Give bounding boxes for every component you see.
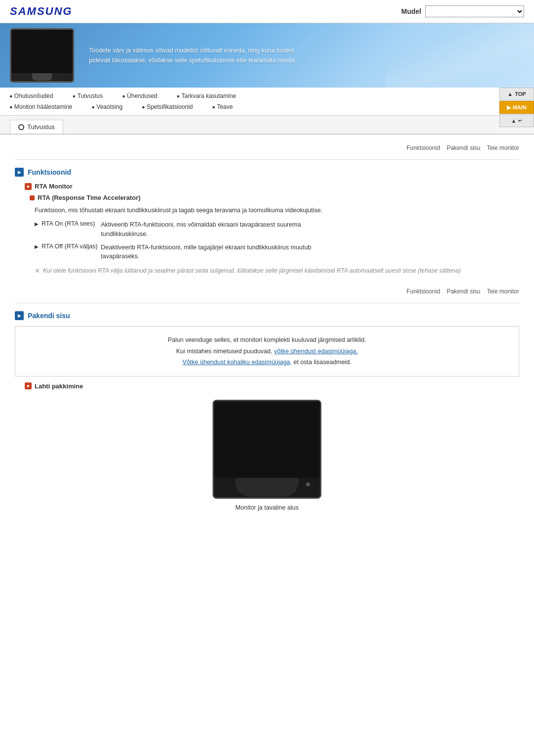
hero-monitor (10, 28, 74, 83)
sub-icon-rta-monitor (25, 183, 32, 190)
pakendi-link1[interactable]: võtke ühendust edasimüüjaga. (274, 348, 358, 355)
section-icon-pakendi (15, 311, 24, 320)
nav-item-specs[interactable]: Spetsifikatsioonid (142, 103, 193, 110)
section-nav-divider-2 (482, 144, 486, 151)
arrow-icon-2: ▶ (35, 244, 39, 249)
nav-item-connections[interactable]: Ühendused (123, 93, 157, 99)
monitor-base (235, 478, 299, 497)
nav-item-software[interactable]: Tarkvara kasutamine (177, 93, 236, 99)
nav-item-intro[interactable]: Tutvustus (73, 93, 103, 99)
sub-icon-lahti (25, 382, 32, 389)
nav-row-2: Monitori häälestamine Veaotsing Spetsifi… (10, 101, 524, 112)
rta-on-label: RTA On (RTA sees) (42, 220, 101, 227)
pakendi-line2: Kui mistahes nimetused puuduvad, (176, 348, 272, 355)
tab-bar: Tutvustus (0, 116, 534, 135)
pakendi-line3b: et osta lisaseadmeid. (294, 359, 352, 366)
top-arrow-icon: ▲ (507, 91, 513, 97)
section-nav-divider-1 (442, 144, 445, 151)
rta-on-value: Aktiveerib RTA-funktsiooni, mis võimalda… (101, 220, 331, 239)
section-title-funktsioonid: Funktsioonid (28, 168, 71, 176)
pakendi-line1: Palun veenduge selles, et monitori kompl… (168, 336, 366, 343)
section-nav-link-monitor-2[interactable]: Teie monitor (487, 288, 519, 295)
hero-text: Toodete värv ja välimus võivad mudelist … (89, 46, 297, 65)
tab-circle-icon (18, 124, 24, 130)
main-button[interactable]: ▶ MAIN (499, 101, 534, 114)
divider-2 (15, 303, 519, 303)
monitor-power-button (306, 482, 310, 486)
section-nav-divider-4 (482, 288, 486, 295)
nav-item-troubleshoot[interactable]: Veaotsing (92, 103, 123, 110)
rta-item-label: RTA (Response Time Accelerator) (38, 194, 140, 201)
rta-info-table: ▶ RTA On (RTA sees) Aktiveerib RTA-funkt… (35, 220, 331, 261)
section-nav-links: Funktsioonid Pakendi sisu Teie monitor (15, 144, 519, 151)
section-nav-link-funktsioonid[interactable]: Funktsioonid (406, 144, 440, 151)
rta-off-value: Deaktiveerib RTA-funktsiooni, mille taga… (101, 243, 331, 262)
monitor-image (213, 400, 321, 499)
nav-item-setup[interactable]: Monitori häälestamine (10, 103, 72, 110)
table-row: ▶ RTA On (RTA sees) Aktiveerib RTA-funkt… (35, 220, 331, 239)
section-nav-links-2: Funktsioonid Pakendi sisu Teie monitor (15, 288, 519, 295)
model-select[interactable] (425, 5, 524, 17)
back-arrow-icon: ▲ (511, 118, 517, 124)
section-nav-link-pakendi-2[interactable]: Pakendi sisu (446, 288, 480, 295)
hero-wave-decoration (386, 23, 534, 88)
model-label: Mudel (401, 7, 421, 15)
sub-title-lahti: Lahti pakkimine (35, 382, 83, 390)
hero-banner: Toodete värv ja välimus võivad mudelist … (0, 23, 534, 88)
monitor-screen (214, 401, 320, 478)
section-nav-divider-3 (442, 288, 445, 295)
sub-title-rta-monitor: RTA Monitor (35, 183, 73, 190)
sub-heading-lahti-pakkimine: Lahti pakkimine (25, 382, 519, 390)
table-row: ▶ RTA Off (RTA väljas) Deaktiveerib RTA-… (35, 243, 331, 262)
section-nav-link-pakendi[interactable]: Pakendi sisu (446, 144, 480, 151)
section-title-pakendi: Pakendi sisu (28, 312, 70, 320)
section-icon-funktsioonid (15, 168, 24, 177)
back-button[interactable]: ▲ ↩ (499, 114, 534, 127)
nav-item-info[interactable]: Teave (213, 103, 233, 110)
rta-item-heading: RTA (Response Time Accelerator) (30, 194, 519, 201)
top-button-label: TOP (515, 91, 526, 97)
model-section: Mudel (401, 5, 524, 17)
main-button-label: MAIN (513, 104, 527, 110)
hero-monitor-screen (11, 30, 73, 73)
monitor-image-container: Monitor ja tavaline alus (15, 400, 519, 511)
section-heading-funktsioonid: Funktsioonid (15, 168, 519, 177)
tab-tutvustus[interactable]: Tutvustus (10, 120, 63, 134)
hero-monitor-stand (32, 73, 52, 81)
rta-dot-icon (30, 195, 35, 200)
x-icon: ✕ (35, 267, 40, 275)
divider-1 (15, 159, 519, 160)
rta-off-label: RTA Off (RTA väljas) (42, 243, 101, 250)
pakendi-link2[interactable]: Võtke ühendust kohaliku edasimüüjaga, (182, 359, 292, 366)
nav-section: Ohutusnõuded Tutvustus Ühendused Tarkvar… (0, 88, 534, 116)
tab-label: Tutvustus (27, 123, 55, 131)
nav-right-buttons: ▲ TOP ▶ MAIN ▲ ↩ (499, 88, 534, 127)
samsung-logo: SAMSUNG (10, 5, 72, 18)
section-heading-pakendi: Pakendi sisu (15, 311, 519, 320)
monitor-caption: Monitor ja tavaline alus (15, 504, 519, 511)
pakendi-box: Palun veenduge selles, et monitori kompl… (15, 326, 519, 377)
main-arrow-icon: ▶ (507, 104, 511, 111)
section-nav-link-funktsioonid-2[interactable]: Funktsioonid (406, 288, 440, 295)
main-content: Funktsioonid Pakendi sisu Teie monitor F… (0, 135, 534, 531)
top-button[interactable]: ▲ TOP (499, 88, 534, 100)
arrow-icon-1: ▶ (35, 221, 39, 227)
header: SAMSUNG Mudel (0, 0, 534, 23)
back-icon2: ↩ (518, 118, 522, 123)
rta-description: Funktsioon, mis tõhustab ekraani tundlik… (35, 205, 519, 215)
nav-row-1: Ohutusnõuded Tutvustus Ühendused Tarkvar… (10, 91, 524, 101)
warning-text: Kui olete funktsiooni RTA välja lülitanu… (43, 267, 461, 274)
section-nav-link-monitor[interactable]: Teie monitor (487, 144, 519, 151)
sub-heading-rta-monitor: RTA Monitor (25, 183, 519, 190)
warning-note: ✕ Kui olete funktsiooni RTA välja lülita… (35, 267, 519, 275)
nav-item-safety[interactable]: Ohutusnõuded (10, 93, 53, 99)
